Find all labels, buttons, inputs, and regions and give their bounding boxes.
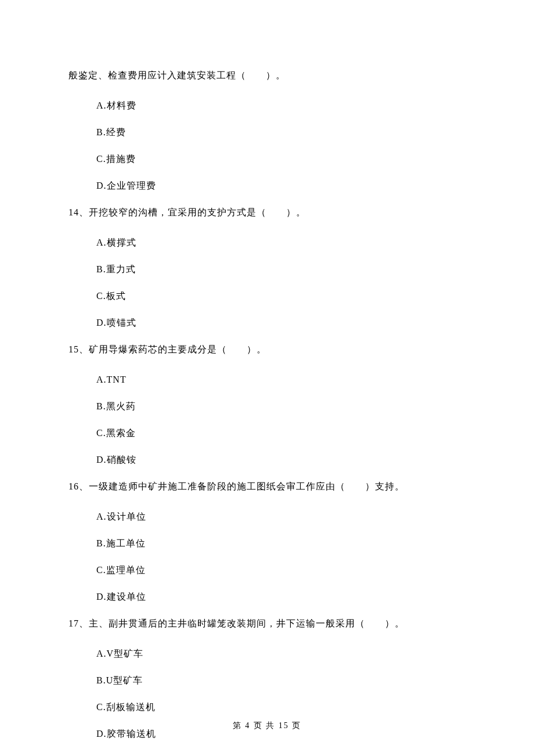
q13-option-c: C.措施费	[68, 152, 466, 166]
q16-option-a: A.设计单位	[68, 510, 466, 524]
q13-option-d: D.企业管理费	[68, 179, 466, 193]
question-16: 16、一级建造师中矿井施工准备阶段的施工图纸会审工作应由（ ）支持。	[68, 480, 466, 494]
question-14: 14、开挖较窄的沟槽，宜采用的支护方式是（ ）。	[68, 206, 466, 219]
q15-option-a: A.TNT	[68, 373, 466, 387]
q13-option-a: A.材料费	[68, 99, 466, 113]
question-17: 17、主、副井贯通后的主井临时罐笼改装期间，井下运输一般采用（ ）。	[68, 617, 466, 631]
q16-option-b: B.施工单位	[68, 537, 466, 550]
q17-option-a: A.V型矿车	[68, 647, 466, 661]
q16-option-c: C.监理单位	[68, 563, 466, 577]
q15-option-c: C.黑索金	[68, 426, 466, 440]
q17-option-b: B.U型矿车	[68, 674, 466, 687]
question-15: 15、矿用导爆索药芯的主要成分是（ ）。	[68, 343, 466, 357]
q15-option-d: D.硝酸铵	[68, 453, 466, 467]
q14-option-d: D.喷锚式	[68, 316, 466, 330]
q15-option-b: B.黑火药	[68, 399, 466, 413]
q16-option-d: D.建设单位	[68, 590, 466, 604]
q14-option-a: A.横撑式	[68, 236, 466, 250]
page-content: 般鉴定、检查费用应计入建筑安装工程（ ）。 A.材料费 B.经费 C.措施费 D…	[0, 0, 534, 741]
q14-option-c: C.板式	[68, 289, 466, 303]
q17-option-c: C.刮板输送机	[68, 700, 466, 714]
question-13-continuation: 般鉴定、检查费用应计入建筑安装工程（ ）。	[68, 69, 466, 82]
page-footer: 第 4 页 共 15 页	[0, 719, 534, 732]
q14-option-b: B.重力式	[68, 262, 466, 276]
q13-option-b: B.经费	[68, 125, 466, 139]
